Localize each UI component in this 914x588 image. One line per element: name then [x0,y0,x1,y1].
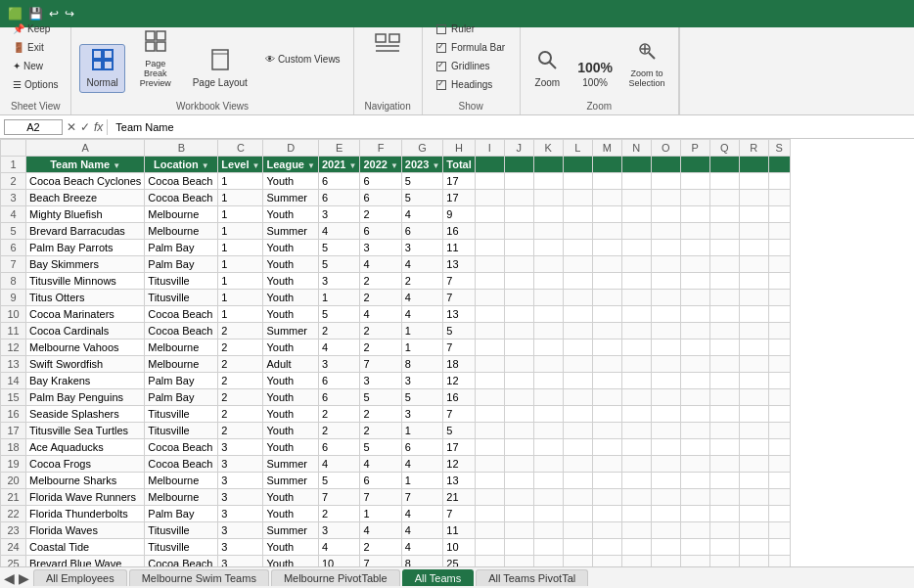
empty-cell[interactable] [592,306,621,323]
empty-cell[interactable] [680,406,709,423]
table-row[interactable]: 22Florida ThunderboltsPalm Bay3Youth2147 [1,506,791,522]
empty-cell[interactable] [504,389,533,406]
sheet-table-wrapper[interactable]: A B C D E F G H I J K L M N O P Q [0,139,914,566]
cell[interactable]: 6 [360,223,401,240]
empty-cell[interactable] [475,456,504,473]
empty-cell[interactable] [592,556,621,567]
cell[interactable]: Youth [263,273,319,290]
cell[interactable]: 4 [401,456,442,473]
cell[interactable]: Youth [263,489,319,506]
cell[interactable]: 4 [401,306,442,323]
cell[interactable]: 9 [443,206,475,223]
cell[interactable]: Summer [263,473,319,489]
cell[interactable]: 1 [218,256,263,273]
cell[interactable]: 6 [401,223,442,240]
cell[interactable]: 1 [218,190,263,206]
empty-cell[interactable] [592,240,621,256]
empty-cell[interactable] [504,306,533,323]
empty-cell[interactable] [651,223,680,240]
empty-cell[interactable] [651,406,680,423]
headings-checkbox[interactable] [436,80,446,90]
keep-button[interactable]: 📌 Keep [8,21,63,37]
cell[interactable]: 4 [401,256,442,273]
cell[interactable]: Melbourne [145,473,218,489]
col-G[interactable]: G [401,140,442,157]
cell[interactable]: 2 [218,339,263,356]
empty-cell[interactable] [533,406,563,423]
cell[interactable]: Palm Bay [145,373,218,389]
empty-cell[interactable] [709,290,739,306]
empty-cell[interactable] [533,273,563,290]
sheet-nav-left[interactable]: ◀ [4,570,15,586]
empty-cell[interactable] [563,173,592,190]
col-level[interactable]: Level ▼ [218,157,263,173]
empty-cell[interactable] [621,323,651,339]
cell[interactable]: 2 [360,323,401,339]
empty-cell[interactable] [739,273,768,290]
formula-bar-checkbox[interactable] [436,43,446,53]
empty-cell[interactable] [651,256,680,273]
cell[interactable]: 1 [218,306,263,323]
empty-cell[interactable] [709,339,739,356]
empty-cell[interactable] [768,406,790,423]
cell[interactable]: 2 [218,423,263,439]
empty-cell[interactable] [504,240,533,256]
fx-icon[interactable]: fx [94,120,103,134]
cell[interactable]: Youth [263,389,319,406]
empty-cell[interactable] [739,406,768,423]
col-L[interactable]: L [563,140,592,157]
cell[interactable]: 2 [360,423,401,439]
empty-cell[interactable] [592,423,621,439]
empty-cell[interactable] [621,190,651,206]
cell[interactable]: 4 [401,539,442,556]
col-R[interactable]: R [739,140,768,157]
cell[interactable]: 4 [318,456,359,473]
cell[interactable]: Titusville [145,290,218,306]
cell[interactable]: 3 [218,439,263,456]
col-D[interactable]: D [263,140,319,157]
cell[interactable]: Florida Thunderbolts [26,506,145,522]
cell[interactable]: 6 [318,389,359,406]
cell[interactable]: 5 [360,439,401,456]
empty-cell[interactable] [739,323,768,339]
tab-all-teams[interactable]: All Teams [402,569,474,586]
empty-cell[interactable] [651,556,680,567]
cell[interactable]: 3 [218,522,263,539]
cell[interactable]: 7 [443,273,475,290]
empty-cell[interactable] [768,539,790,556]
empty-cell[interactable] [563,389,592,406]
empty-cell[interactable] [621,356,651,373]
empty-cell[interactable] [563,323,592,339]
cell[interactable]: Bay Krakens [26,373,145,389]
cell[interactable]: 2 [360,406,401,423]
table-row[interactable]: 11Cocoa CardinalsCocoa Beach2Summer2215 [1,323,791,339]
empty-cell[interactable] [739,256,768,273]
tab-melbourne-pivot[interactable]: Melbourne PivotTable [271,569,400,586]
empty-cell[interactable] [592,223,621,240]
cell[interactable]: 11 [443,522,475,539]
cell[interactable]: Youth [263,290,319,306]
empty-cell[interactable] [475,556,504,567]
cell[interactable]: Palm Bay [145,240,218,256]
cell[interactable]: Cocoa Beach [145,190,218,206]
cell[interactable]: 7 [360,489,401,506]
exit-button[interactable]: 🚪 Exit [8,39,63,56]
empty-cell[interactable] [504,406,533,423]
table-row[interactable]: 19Cocoa FrogsCocoa Beach3Summer44412 [1,456,791,473]
empty-cell[interactable] [592,273,621,290]
cell[interactable]: Titusville Minnows [26,273,145,290]
empty-cell[interactable] [739,473,768,489]
empty-cell[interactable] [563,456,592,473]
cell[interactable]: 4 [360,256,401,273]
cell[interactable]: Cocoa Marinaters [26,306,145,323]
empty-cell[interactable] [621,306,651,323]
empty-cell[interactable] [533,223,563,240]
empty-cell[interactable] [475,190,504,206]
cell[interactable]: 1 [218,223,263,240]
empty-cell[interactable] [768,439,790,456]
empty-cell[interactable] [739,556,768,567]
empty-cell[interactable] [709,473,739,489]
cell[interactable]: Melbourne [145,206,218,223]
empty-cell[interactable] [709,190,739,206]
cell[interactable]: Summer [263,223,319,240]
